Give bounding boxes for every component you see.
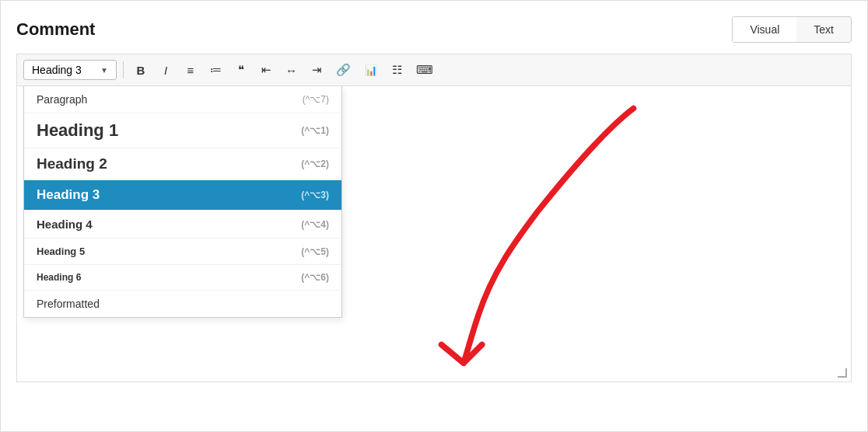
tab-text[interactable]: Text: [796, 17, 851, 42]
align-right-button[interactable]: ⇥: [306, 59, 327, 81]
dropdown-item-label: Paragraph: [37, 93, 87, 106]
editor-title: Comment: [16, 19, 95, 40]
editor-header: Comment Visual Text: [16, 16, 852, 43]
align-left-button[interactable]: ⇤: [255, 59, 277, 81]
dropdown-item-label: Preformatted: [37, 298, 100, 310]
dropdown-item-shortcut: (^⌥3): [301, 190, 329, 200]
toolbar-separator: [123, 61, 124, 78]
dropdown-item-h2[interactable]: Heading 2(^⌥2): [24, 148, 341, 180]
dropdown-item-h6[interactable]: Heading 6(^⌥6): [24, 265, 341, 291]
dropdown-item-label: Heading 1: [37, 120, 118, 141]
dropdown-item-shortcut: (^⌥6): [301, 272, 329, 283]
italic-button[interactable]: I: [155, 59, 177, 81]
align-center-button[interactable]: ↔: [280, 59, 303, 81]
dropdown-item-label: Heading 4: [37, 218, 93, 231]
fullscreen-button[interactable]: ☷: [386, 59, 408, 81]
tab-group: Visual Text: [732, 16, 852, 43]
dropdown-item-h4[interactable]: Heading 4(^⌥4): [24, 211, 341, 239]
unordered-list-button[interactable]: ≡: [180, 59, 201, 81]
more-button[interactable]: 📊: [359, 59, 383, 81]
editor-container: Comment Visual Text Heading 3 ▼ B I ≡ ≔ …: [0, 0, 868, 432]
dropdown-item-h1[interactable]: Heading 1(^⌥1): [24, 113, 341, 148]
dropdown-item-shortcut: (^⌥4): [301, 219, 329, 230]
dropdown-item-label: Heading 6: [37, 272, 81, 283]
blockquote-button[interactable]: ❝: [230, 59, 252, 81]
keyboard-button[interactable]: ⌨: [411, 59, 439, 81]
dropdown-arrow-icon: ▼: [100, 66, 108, 75]
dropdown-item-preformatted[interactable]: Preformatted: [24, 291, 341, 317]
dropdown-item-shortcut: (^⌥5): [301, 246, 329, 257]
link-button[interactable]: 🔗: [331, 59, 356, 81]
dropdown-item-label: Heading 2: [37, 155, 107, 172]
format-dropdown-menu: Paragraph(^⌥7)Heading 1(^⌥1)Heading 2(^⌥…: [23, 86, 342, 318]
ordered-list-button[interactable]: ≔: [205, 59, 227, 81]
format-dropdown-label: Heading 3: [32, 64, 82, 76]
dropdown-item-label: Heading 3: [37, 187, 100, 203]
dropdown-item-label: Heading 5: [37, 246, 85, 257]
dropdown-item-shortcut: (^⌥7): [303, 94, 329, 105]
bold-button[interactable]: B: [130, 59, 152, 81]
toolbar: Heading 3 ▼ B I ≡ ≔ ❝ ⇤ ↔ ⇥ 🔗 📊 ☷ ⌨ Para…: [16, 54, 852, 85]
dropdown-item-shortcut: (^⌥2): [301, 159, 329, 169]
dropdown-item-h5[interactable]: Heading 5(^⌥5): [24, 239, 341, 265]
dropdown-item-h3[interactable]: Heading 3(^⌥3): [24, 180, 341, 211]
dropdown-item-shortcut: (^⌥1): [301, 125, 329, 136]
tab-visual[interactable]: Visual: [733, 17, 796, 42]
format-dropdown[interactable]: Heading 3 ▼: [23, 60, 117, 80]
resize-handle[interactable]: [838, 368, 849, 379]
dropdown-item-paragraph[interactable]: Paragraph(^⌥7): [24, 86, 341, 113]
